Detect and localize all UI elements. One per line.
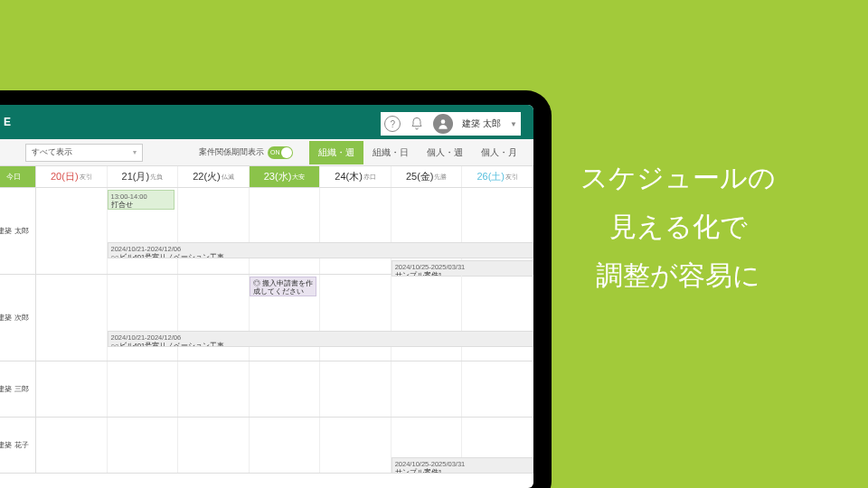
day-cell[interactable]: [178, 275, 250, 361]
schedule-row-person-4: 建築 花子 2024/10/25-2025/03/31 サンプル案件1: [0, 418, 533, 474]
chevron-down-icon[interactable]: ▼: [510, 120, 517, 128]
period-toggle[interactable]: ON: [268, 146, 293, 159]
tab-person-month[interactable]: 個人・月: [472, 141, 526, 164]
day-cell[interactable]: [462, 361, 533, 417]
day-cell[interactable]: [320, 418, 392, 473]
day-cell[interactable]: [320, 361, 392, 417]
day-cell[interactable]: [36, 275, 108, 361]
day-header-sat[interactable]: 26(土)友引: [462, 166, 533, 187]
day-header-thu[interactable]: 24(木)赤口: [320, 166, 392, 187]
period-toggle-group: 案件関係期間表示 ON: [199, 146, 293, 159]
schedule-row-person-3: 建築 三郎: [0, 361, 533, 418]
day-cell[interactable]: [392, 361, 463, 417]
event-project-bar-3[interactable]: 2024/10/21-2024/12/06 ○○ビル401号室リノベーション工事: [108, 331, 533, 347]
day-header-row: 今日 20(日)友引 21(月)先負 22(火)仏滅 23(水)大安 24(木)…: [0, 166, 533, 188]
tab-org-day[interactable]: 組織・日: [363, 141, 418, 164]
day-cell[interactable]: [36, 418, 108, 473]
day-cell[interactable]: [178, 418, 250, 473]
header-actions: ? 建築 太郎 ▼: [381, 112, 521, 136]
headline-line-2: 見える化で: [542, 202, 814, 251]
notifications-icon[interactable]: [410, 116, 424, 132]
view-tabs: 組織・週 組織・日 個人・週 個人・月: [309, 141, 526, 164]
day-cell[interactable]: [36, 188, 108, 274]
marketing-headline: スケジュールの 見える化で 調整が容易に: [542, 154, 814, 300]
day-cell[interactable]: [250, 361, 321, 417]
app-logo-letter: E: [4, 116, 11, 128]
user-name-label[interactable]: 建築 太郎: [462, 117, 501, 130]
chevron-down-icon: ▾: [133, 148, 137, 156]
event-task[interactable]: ◎ 搬入申請書を作成してください: [250, 277, 316, 296]
day-cell[interactable]: [320, 275, 392, 361]
filter-select-value: すべて表示: [32, 146, 72, 158]
event-project-bar-4[interactable]: 2024/10/25-2025/03/31 サンプル案件1: [392, 457, 533, 474]
person-name-cell[interactable]: 建築 三郎: [0, 361, 36, 417]
person-name-cell[interactable]: 建築 次郎: [0, 275, 36, 361]
event-label: 搬入申請書を作成してください: [253, 279, 313, 296]
event-daterange: 2024/10/25-2025/03/31: [395, 460, 530, 468]
tab-person-week[interactable]: 個人・週: [418, 141, 472, 164]
event-time: 13:00-14:00: [111, 192, 171, 201]
day-cell[interactable]: [392, 275, 463, 361]
day-cell[interactable]: [36, 361, 108, 417]
event-daterange: 2024/10/21-2024/12/06: [111, 245, 530, 253]
event-daterange: 2024/10/21-2024/12/06: [111, 333, 530, 342]
event-label: 打合せ: [111, 201, 171, 209]
event-label: サンプル案件1: [395, 468, 530, 474]
day-cells: ◎ 搬入申請書を作成してください 2024/10/21-2024/12/06 ○…: [36, 275, 533, 361]
event-daterange: 2024/10/25-2025/03/31: [395, 263, 530, 271]
day-cell[interactable]: [108, 361, 179, 417]
event-project-bar-1[interactable]: 2024/10/21-2024/12/06 ○○ビル401号室リノベーション工事: [108, 242, 533, 258]
day-cell[interactable]: [250, 188, 321, 274]
day-cell[interactable]: [250, 418, 321, 473]
day-cell[interactable]: [108, 418, 179, 473]
day-cells: 2024/10/25-2025/03/31 サンプル案件1: [36, 418, 533, 473]
day-cell[interactable]: [178, 361, 250, 417]
help-icon[interactable]: ?: [384, 116, 401, 132]
headline-line-3: 調整が容易に: [542, 251, 814, 300]
day-header-fri[interactable]: 25(金)先勝: [392, 166, 463, 187]
schedule-row-person-2: 建築 次郎 ◎ 搬入申請書を作成してください 2024/10/21-2024/1…: [0, 275, 533, 361]
day-cell[interactable]: [178, 188, 250, 274]
day-header-sun[interactable]: 20(日)友引: [36, 166, 108, 187]
task-status-icon: ◎: [253, 279, 260, 287]
day-header-mon[interactable]: 21(月)先負: [108, 166, 179, 187]
day-cell[interactable]: [462, 275, 533, 361]
event-meeting[interactable]: 13:00-14:00 打合せ: [108, 190, 175, 210]
person-name-cell[interactable]: 建築 花子: [0, 418, 36, 473]
filter-select[interactable]: すべて表示 ▾: [25, 144, 143, 162]
toolbar: すべて表示 ▾ 案件関係期間表示 ON 組織・週 組織・日 個人・週 個人・月: [0, 139, 533, 166]
period-toggle-label: 案件関係期間表示: [199, 146, 264, 158]
toggle-on-label: ON: [270, 149, 280, 155]
day-cell[interactable]: [320, 188, 392, 274]
day-header-tue[interactable]: 22(火)仏滅: [178, 166, 250, 187]
svg-point-0: [441, 119, 446, 124]
app-screen: E ? 建築 太郎 ▼ すべて表示 ▾ 案件関係期間表示 ON 組: [0, 105, 533, 488]
tablet-device-frame: E ? 建築 太郎 ▼ すべて表示 ▾ 案件関係期間表示 ON 組: [0, 90, 552, 488]
schedule-grid: 建築 太郎 13:00-14:00 打合せ 2024/10/21-2024/12…: [0, 188, 533, 474]
person-name-cell[interactable]: 建築 太郎: [0, 188, 36, 274]
today-column-header[interactable]: 今日: [0, 166, 36, 187]
day-cells: [36, 361, 533, 417]
tab-org-week[interactable]: 組織・週: [309, 141, 363, 164]
headline-line-1: スケジュールの: [542, 154, 814, 202]
toolbar-left-edge: [0, 144, 16, 162]
schedule-row-person-1: 建築 太郎 13:00-14:00 打合せ 2024/10/21-2024/12…: [0, 188, 533, 275]
user-avatar-icon[interactable]: [433, 114, 453, 134]
day-cell[interactable]: [108, 275, 179, 361]
day-header-wed-today[interactable]: 23(水)大安: [250, 166, 321, 187]
day-cells: 13:00-14:00 打合せ 2024/10/21-2024/12/06 ○○…: [36, 188, 533, 274]
event-label: ○○ビル401号室リノベーション工事: [111, 342, 530, 347]
event-label: ○○ビル401号室リノベーション工事: [111, 253, 530, 258]
